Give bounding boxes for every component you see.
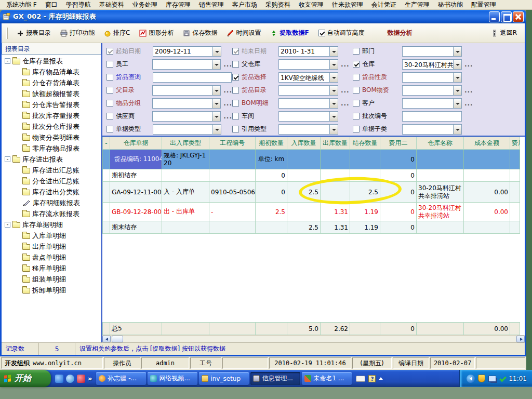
- col-fee2[interactable]: 费用二: [380, 137, 417, 150]
- collapse-icon[interactable]: -: [5, 156, 10, 162]
- chevron-down-icon[interactable]: [453, 73, 461, 82]
- taskbar-button-4-active[interactable]: 信息管理...: [250, 372, 300, 385]
- parent-directory-select[interactable]: [152, 85, 221, 96]
- taskbar-button-3[interactable]: inv_setup: [199, 372, 249, 385]
- sidebar-item[interactable]: 拆卸单明细: [2, 285, 101, 296]
- chevron-down-icon[interactable]: [329, 47, 338, 56]
- goods-query-input[interactable]: [153, 72, 232, 83]
- maximize-button[interactable]: [501, 11, 512, 22]
- sidebar-item[interactable]: 盘点单明细: [2, 252, 101, 263]
- col-cost[interactable]: 成本金额: [464, 137, 510, 150]
- more-button[interactable]: ...: [223, 61, 232, 68]
- chevron-down-icon[interactable]: [212, 112, 220, 121]
- menu-item-system[interactable]: 系统功能 F: [2, 0, 41, 10]
- bom-material-checkbox[interactable]: [353, 87, 360, 94]
- security-shield-icon[interactable]: [478, 375, 485, 382]
- return-button[interactable]: 返回R: [487, 26, 521, 39]
- bom-detail-select[interactable]: [278, 98, 338, 109]
- collapse-tray-icon[interactable]: [467, 375, 475, 383]
- goods-directory-select[interactable]: [278, 85, 338, 96]
- batch-number-input[interactable]: [402, 111, 462, 122]
- col-selector[interactable]: -: [103, 137, 110, 150]
- chart-analysis-button[interactable]: 图形分析: [136, 26, 177, 39]
- menu-item-inventory[interactable]: 库存管理: [162, 0, 195, 10]
- save-data-button[interactable]: 保存数据: [179, 26, 221, 39]
- table-row-inbound[interactable]: GA-09-12-11-0013入 - 入库单0910-05-050635 02…: [103, 182, 520, 203]
- sidebar-item[interactable]: 分仓库告警报表: [2, 99, 101, 110]
- chevron-down-icon[interactable]: [453, 47, 461, 56]
- close-button[interactable]: [513, 11, 524, 22]
- menu-item-secretary[interactable]: 秘书功能: [434, 0, 467, 10]
- chevron-down-icon[interactable]: [212, 47, 221, 56]
- col-type[interactable]: 出入库类型: [162, 137, 209, 150]
- chevron-down-icon[interactable]: [329, 86, 338, 95]
- start-date-select[interactable]: 2009-12-11: [153, 46, 221, 57]
- warehouse-checkbox[interactable]: [353, 61, 360, 68]
- chevron-down-icon[interactable]: [212, 99, 220, 108]
- sidebar-item-inventory-detail-report-selected[interactable]: 库存明细账报表: [2, 197, 101, 208]
- goods-select[interactable]: 1KV架空绝缘线: [278, 72, 338, 83]
- parent-warehouse-select[interactable]: [278, 59, 338, 70]
- more-button[interactable]: ...: [223, 113, 232, 120]
- goods-directory-checkbox[interactable]: [232, 87, 239, 94]
- start-date-checkbox[interactable]: [107, 48, 113, 55]
- chevron-down-icon[interactable]: [453, 86, 461, 95]
- parent-directory-checkbox[interactable]: [107, 87, 113, 94]
- chevron-down-icon[interactable]: [329, 73, 338, 82]
- sidebar-item-inout-reports[interactable]: -库存进出报表: [2, 154, 101, 165]
- start-button[interactable]: 开始: [0, 370, 51, 387]
- menu-item-learn[interactable]: 學習導航: [62, 0, 95, 10]
- sidebar-item[interactable]: 移库单明细: [2, 263, 101, 274]
- chevron-down-icon[interactable]: [453, 125, 461, 134]
- network-icon[interactable]: [488, 376, 496, 382]
- more-button[interactable]: ...: [223, 87, 232, 94]
- sort-button[interactable]: 排序C: [100, 26, 134, 39]
- sidebar-item[interactable]: 库存流水账报表: [2, 208, 101, 219]
- doc-type-checkbox[interactable]: [107, 126, 113, 132]
- col-fee[interactable]: 费用: [510, 137, 520, 150]
- end-date-checkbox[interactable]: [232, 48, 239, 55]
- sidebar-item-document-details[interactable]: -库存单据明细: [2, 219, 101, 230]
- scrollbar-thumb[interactable]: [112, 336, 123, 342]
- end-date-select[interactable]: 2010- 1-31: [278, 46, 338, 57]
- scroll-right-arrow[interactable]: [516, 336, 525, 342]
- col-warehouse[interactable]: 仓库名称: [417, 137, 464, 150]
- batch-number-checkbox[interactable]: [353, 113, 360, 119]
- horizontal-scrollbar[interactable]: [102, 335, 525, 342]
- autofit-height-toggle[interactable]: 自动调节高度: [315, 26, 368, 39]
- taskbar-button-5[interactable]: 未命名1 ...: [302, 372, 352, 385]
- more-button[interactable]: ...: [464, 87, 473, 94]
- product-code[interactable]: 货品编码: 110048: [110, 150, 162, 169]
- chevron-down-icon[interactable]: [453, 60, 461, 69]
- sidebar-item[interactable]: 组装单明细: [2, 274, 101, 285]
- keyboard-icon[interactable]: [356, 376, 365, 382]
- department-select[interactable]: [402, 46, 462, 57]
- workshop-select[interactable]: [278, 111, 338, 122]
- more-button[interactable]: ...: [341, 61, 350, 68]
- menu-item-accounts[interactable]: 往来款管理: [328, 0, 367, 10]
- customer-checkbox[interactable]: [353, 100, 360, 107]
- product-group-row[interactable]: 货品编码: 110048 规格: JKLGYJ-120 单位: km 0: [103, 150, 520, 169]
- autofit-checkbox[interactable]: [318, 30, 325, 36]
- supplier-checkbox[interactable]: [107, 113, 113, 119]
- collapse-icon[interactable]: -: [5, 222, 10, 228]
- item-group-checkbox[interactable]: [107, 100, 113, 107]
- sidebar-item[interactable]: 缺额超额报警表: [2, 88, 101, 99]
- bom-detail-checkbox[interactable]: [232, 100, 239, 107]
- menu-item-business[interactable]: 业务处理: [128, 0, 162, 10]
- doc-type-select[interactable]: [153, 124, 221, 135]
- goods-select-checkbox[interactable]: [232, 74, 239, 81]
- warehouse-select[interactable]: 30-20马料江村共幸: [402, 59, 462, 70]
- chevron-down-icon[interactable]: [329, 112, 338, 121]
- table-row-opening-balance[interactable]: 期初结存 0 0: [103, 169, 520, 182]
- toolbar-grip[interactable]: [6, 28, 8, 39]
- sidebar-item[interactable]: 入库单明细: [2, 230, 101, 241]
- menu-item-window[interactable]: 窗口: [41, 0, 62, 10]
- more-button[interactable]: ...: [341, 100, 350, 107]
- menu-item-basic-data[interactable]: 基础资料: [95, 0, 128, 10]
- minimize-button[interactable]: [489, 11, 500, 22]
- chevron-down-icon[interactable]: [329, 125, 338, 134]
- menu-item-vouchers[interactable]: 会计凭证: [367, 0, 401, 10]
- col-project[interactable]: 工程编号: [209, 137, 256, 150]
- col-in-qty[interactable]: 入库数量: [287, 137, 321, 150]
